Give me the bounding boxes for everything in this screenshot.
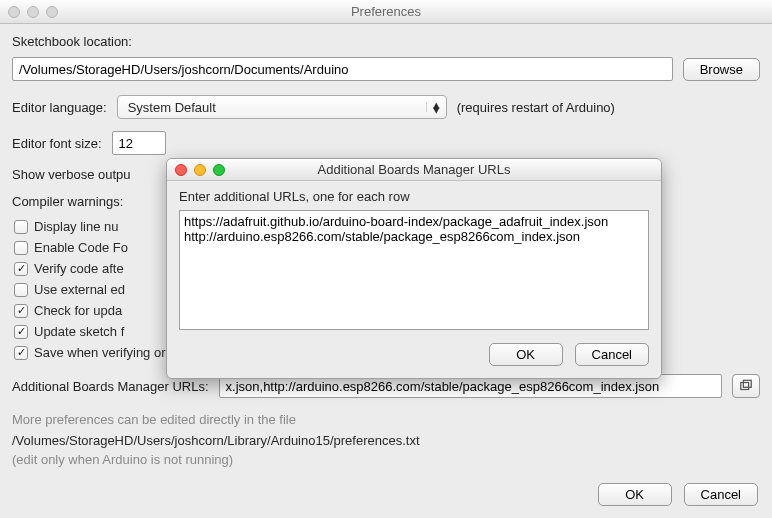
font-size-input[interactable] bbox=[112, 131, 166, 155]
compiler-warnings-label: Compiler warnings: bbox=[12, 194, 123, 209]
urls-dialog: Additional Boards Manager URLs Enter add… bbox=[166, 158, 662, 379]
minimize-icon[interactable] bbox=[27, 6, 39, 18]
editor-language-value: System Default bbox=[128, 100, 216, 115]
window-stack-icon bbox=[739, 379, 753, 393]
zoom-icon[interactable] bbox=[46, 6, 58, 18]
ok-button[interactable]: OK bbox=[598, 483, 672, 506]
dialog-titlebar: Additional Boards Manager URLs bbox=[167, 159, 661, 181]
pref-file-path: /Volumes/StorageHD/Users/joshcorn/Librar… bbox=[12, 433, 760, 448]
dialog-instruction: Enter additional URLs, one for each row bbox=[179, 189, 649, 204]
dialog-title: Additional Boards Manager URLs bbox=[167, 162, 661, 177]
check-updates-checkbox[interactable]: ✓ bbox=[14, 304, 28, 318]
dialog-close-icon[interactable] bbox=[175, 164, 187, 176]
dialog-zoom-icon[interactable] bbox=[213, 164, 225, 176]
pref-file-note: More preferences can be edited directly … bbox=[12, 412, 760, 427]
editor-language-label: Editor language: bbox=[12, 100, 107, 115]
update-sketch-checkbox[interactable]: ✓ bbox=[14, 325, 28, 339]
update-sketch-label: Update sketch f bbox=[34, 324, 124, 339]
dialog-minimize-icon[interactable] bbox=[194, 164, 206, 176]
close-icon[interactable] bbox=[8, 6, 20, 18]
code-folding-checkbox[interactable] bbox=[14, 241, 28, 255]
browse-button[interactable]: Browse bbox=[683, 58, 760, 81]
line-numbers-label: Display line nu bbox=[34, 219, 119, 234]
external-editor-checkbox[interactable] bbox=[14, 283, 28, 297]
external-editor-label: Use external ed bbox=[34, 282, 125, 297]
font-size-label: Editor font size: bbox=[12, 136, 102, 151]
save-verify-checkbox[interactable]: ✓ bbox=[14, 346, 28, 360]
window-title: Preferences bbox=[0, 4, 772, 19]
pref-file-note2: (edit only when Arduino is not running) bbox=[12, 452, 760, 467]
dialog-urls-textarea[interactable] bbox=[179, 210, 649, 330]
footer-buttons: OK Cancel bbox=[598, 483, 758, 506]
verify-code-checkbox[interactable]: ✓ bbox=[14, 262, 28, 276]
editor-language-note: (requires restart of Arduino) bbox=[457, 100, 615, 115]
svg-rect-1 bbox=[743, 380, 751, 387]
dialog-cancel-button[interactable]: Cancel bbox=[575, 343, 649, 366]
titlebar: Preferences bbox=[0, 0, 772, 24]
dialog-ok-button[interactable]: OK bbox=[489, 343, 563, 366]
open-urls-dialog-button[interactable] bbox=[732, 374, 760, 398]
verbose-label: Show verbose outpu bbox=[12, 167, 131, 182]
cancel-button[interactable]: Cancel bbox=[684, 483, 758, 506]
sketchbook-label: Sketchbook location: bbox=[12, 34, 760, 49]
svg-rect-0 bbox=[741, 383, 749, 390]
code-folding-label: Enable Code Fo bbox=[34, 240, 128, 255]
line-numbers-checkbox[interactable] bbox=[14, 220, 28, 234]
dialog-traffic-lights bbox=[167, 164, 225, 176]
sketchbook-path-input[interactable] bbox=[12, 57, 673, 81]
check-updates-label: Check for upda bbox=[34, 303, 122, 318]
additional-urls-label: Additional Boards Manager URLs: bbox=[12, 379, 209, 394]
traffic-lights bbox=[0, 6, 58, 18]
select-arrows-icon: ▴▾ bbox=[426, 102, 440, 112]
editor-language-select[interactable]: System Default ▴▾ bbox=[117, 95, 447, 119]
verify-code-label: Verify code afte bbox=[34, 261, 124, 276]
